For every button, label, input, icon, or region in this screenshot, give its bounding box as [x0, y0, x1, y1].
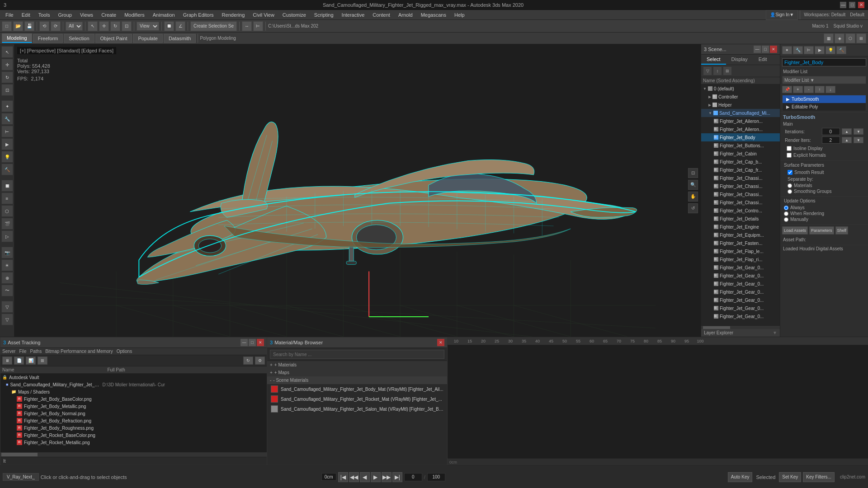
at-paths[interactable]: Paths	[30, 349, 42, 354]
materials-radio[interactable]	[788, 183, 792, 188]
scene-item-cap-b[interactable]: ▦ Fighter_Jet_Cap_b...	[701, 158, 780, 166]
scene-item-cap-fr[interactable]: ▦ Fighter_Jet_Cap_fr...	[701, 166, 780, 174]
menu-animation[interactable]: Animation	[149, 11, 179, 19]
smoothing-groups-radio[interactable]	[788, 189, 792, 194]
scene-tab-edit[interactable]: Edit	[753, 55, 773, 65]
at-bitmap-perf[interactable]: Bitmap Performance and Memory	[45, 349, 113, 354]
prev-frame-btn[interactable]: |◀	[338, 472, 348, 482]
always-radio[interactable]	[784, 206, 788, 210]
filter-btn2[interactable]: ▽	[1, 314, 13, 325]
scene-list[interactable]: ▼ □ 0 (default) ▶ ⊞ Controller ▶ + Helpe…	[701, 84, 780, 325]
iterations-down[interactable]: ▼	[854, 128, 863, 135]
create-selection-btn[interactable]: Create Selection Se	[190, 21, 237, 31]
parameters-btn[interactable]: Parameters	[809, 226, 834, 235]
prev-key-btn[interactable]: ◀◀	[349, 472, 359, 482]
at-refresh[interactable]: ↻	[243, 357, 253, 365]
scale-tool[interactable]: ⊡	[122, 21, 132, 31]
zoom-extents-btn[interactable]: ⊡	[688, 168, 698, 178]
render-setup-btn[interactable]: 🎬	[1, 218, 13, 230]
scene-item-aileron1[interactable]: ▦ Fighter_Jet_Aileron...	[701, 117, 780, 125]
scene-item-flap-le[interactable]: ▦ Fighter_Jet_Flap_le...	[701, 247, 780, 255]
poly-tool-2[interactable]: ◈	[835, 33, 844, 43]
hierarchy-mode-btn[interactable]: ⊢	[804, 46, 814, 54]
close-button[interactable]: ✕	[858, 2, 864, 8]
mat-item-1[interactable]: Sand_Camouflaged_Military_Fighter_Jet_Bo…	[267, 384, 447, 394]
light-btn[interactable]: ☀	[1, 259, 13, 271]
at-table[interactable]: 🔒 Autodesk Vault ■ Sand_Camouflaged_Mili…	[0, 374, 267, 452]
menu-scripting[interactable]: Scripting	[311, 11, 337, 19]
scene-item-chassi4[interactable]: ▦ Fighter_Jet_Chassi...	[701, 198, 780, 206]
poly-tool-3[interactable]: ⬡	[845, 33, 855, 43]
zoom-btn[interactable]: 🔍	[688, 180, 698, 190]
pan-btn[interactable]: ✋	[688, 192, 698, 202]
tab-freeform[interactable]: Freeform	[33, 34, 63, 43]
rotate-tool[interactable]: ↻	[110, 21, 120, 31]
scene-item-gear4[interactable]: ▦ Fighter_Jet_Gear_0...	[701, 288, 780, 296]
poly-tool-1[interactable]: ▦	[824, 33, 834, 43]
view-mode[interactable]: View	[137, 22, 159, 31]
scene-item-controller[interactable]: ▶ ⊞ Controller	[701, 93, 780, 101]
at-hscroll[interactable]	[0, 452, 267, 457]
tab-datasmith[interactable]: Datasmith	[164, 34, 196, 43]
maps-section-header[interactable]: + + Maps	[267, 369, 447, 376]
pin-stack-btn[interactable]: 📌	[782, 86, 792, 93]
menu-customize[interactable]: Customize	[279, 11, 310, 19]
add-mod-btn[interactable]: +	[793, 86, 803, 93]
play-back-btn[interactable]: ◀	[360, 472, 370, 482]
scene-item-gear2[interactable]: ▦ Fighter_Jet_Gear_0...	[701, 272, 780, 280]
move-tool[interactable]: ✛	[99, 21, 109, 31]
viewport[interactable]: [+] [Perspective] [Standard] [Edged Face…	[14, 44, 701, 337]
minimize-button[interactable]: —	[840, 2, 846, 8]
menu-tools[interactable]: Tools	[35, 11, 54, 19]
smooth-result-checkbox[interactable]	[788, 170, 793, 175]
at-tb2[interactable]: 📄	[14, 357, 24, 365]
scene-item-aileron2[interactable]: ▦ Fighter_Jet_Aileron...	[701, 125, 780, 133]
scene-item-helper[interactable]: ▶ + Helper	[701, 101, 780, 109]
menu-civil-view[interactable]: Civil View	[249, 11, 278, 19]
at-minimize[interactable]: —	[241, 339, 248, 346]
at-row-img4[interactable]: R Fighter_Jet_Body_Refraction.png	[0, 417, 267, 424]
utilities-mode-btn[interactable]: 🔨	[836, 46, 846, 54]
manually-radio[interactable]	[784, 217, 788, 222]
tab-object-paint[interactable]: Object Paint	[95, 34, 132, 43]
iterations-input[interactable]	[822, 128, 840, 135]
at-row-maps-folder[interactable]: 📁 Maps / Shaders	[0, 388, 267, 395]
menu-rendering[interactable]: Rendering	[218, 11, 249, 19]
renderer-button[interactable]: V_Ray_Next_	[3, 473, 39, 481]
orbit-btn[interactable]: ↺	[688, 203, 698, 213]
scene-item-gear7[interactable]: ▦ Fighter_Jet_Gear_0...	[701, 312, 780, 320]
scroll-thumb[interactable]	[703, 326, 730, 329]
helper-btn[interactable]: ⊕	[1, 272, 13, 284]
at-row-img6[interactable]: R Fighter_Jet_Rocket_BaseColor.png	[0, 432, 267, 439]
scene-item-fasten[interactable]: ▦ Fighter_Jet_Fasten...	[701, 239, 780, 247]
next-frame-btn[interactable]: ▶|	[392, 472, 402, 482]
menu-arnold[interactable]: Arnold	[395, 11, 416, 19]
scene-close[interactable]: ✕	[770, 46, 777, 53]
snap-toggle[interactable]: 🔲	[164, 21, 174, 31]
scene-minimize[interactable]: —	[754, 46, 761, 53]
menu-megascans[interactable]: Megascans	[417, 11, 450, 19]
at-server[interactable]: Server	[2, 349, 15, 354]
create-btn[interactable]: ✦	[1, 100, 13, 112]
scene-expand-btn[interactable]: ⊞	[723, 66, 732, 75]
at-row-img2[interactable]: R Fighter_Jet_Body_Metallic.png	[0, 403, 267, 410]
scene-maximize[interactable]: □	[762, 46, 769, 53]
menu-edit[interactable]: Edit	[18, 11, 34, 19]
at-row-max-file[interactable]: ■ Sand_Camouflaged_Military_Fighter_Jet_…	[0, 381, 267, 388]
iterations-up[interactable]: ▲	[842, 128, 852, 135]
play-fwd-btn[interactable]: ▶	[371, 472, 381, 482]
at-settings[interactable]: ⚙	[255, 357, 265, 365]
scene-item-gear5[interactable]: ▦ Fighter_Jet_Gear_0...	[701, 296, 780, 304]
at-maximize[interactable]: □	[249, 339, 256, 346]
at-row-img5[interactable]: R Fighter_Jet_Body_Roughness.png	[0, 424, 267, 432]
load-assets-btn[interactable]: Load Assets	[782, 226, 808, 235]
scene-item-gear3[interactable]: ▦ Fighter_Jet_Gear_0...	[701, 280, 780, 288]
end-frame-input[interactable]	[427, 473, 445, 481]
scene-item-engine[interactable]: ▦ Fighter_Jet_Engine	[701, 223, 780, 231]
ri-up[interactable]: ▲	[842, 137, 852, 143]
select-object-btn[interactable]: ↖	[1, 46, 13, 58]
materials-section-header[interactable]: + + Materials	[267, 361, 447, 369]
mb-search-input[interactable]	[270, 350, 444, 359]
scene-hscroll[interactable]	[701, 325, 780, 329]
tab-selection[interactable]: Selection	[64, 34, 94, 43]
